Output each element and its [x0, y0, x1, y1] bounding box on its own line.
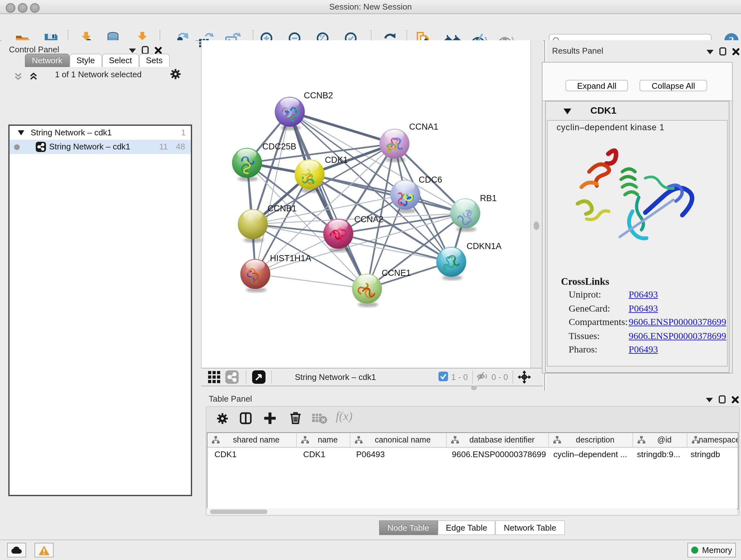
network-results-splitter[interactable] — [530, 40, 543, 368]
results-content-box: Expand All Collapse All CDK1 cyclin–depe… — [542, 62, 733, 374]
memory-label: Memory — [702, 545, 732, 555]
float-panel-icon[interactable] — [719, 395, 726, 403]
crosslink-value[interactable]: 9606.ENSP00000378699 — [629, 317, 726, 330]
column-header--id[interactable]: @id — [633, 433, 687, 447]
birdseye-icon[interactable] — [252, 370, 266, 386]
float-panel-icon[interactable] — [142, 46, 149, 54]
network-node-CDC6[interactable]: CDC6 — [390, 175, 442, 213]
panel-menu-icon[interactable] — [129, 48, 136, 53]
node-label-CCNB2: CCNB2 — [304, 91, 333, 100]
protein-structure-image — [563, 140, 697, 252]
crosslink-label: Tissues: — [569, 330, 629, 344]
section-collapse-icon[interactable] — [563, 109, 571, 114]
table-panel: Table Panel f(x) shared name — [201, 391, 741, 540]
grid-icon[interactable] — [208, 371, 220, 386]
network-node-count: 11 — [159, 142, 168, 151]
network-row[interactable]: String Network – cdk1 11 48 — [10, 140, 191, 154]
memory-button[interactable]: Memory — [687, 543, 736, 557]
table-cell[interactable]: 9606.ENSP00000378699 — [445, 448, 546, 462]
panel-menu-icon[interactable] — [706, 397, 713, 402]
node-table: shared namenamecanonical namedatabase id… — [207, 432, 738, 509]
hidden-count: 0 - 0 — [491, 372, 508, 382]
add-icon[interactable] — [264, 412, 276, 427]
table-cell[interactable]: stringdb:9... — [630, 448, 684, 462]
expand-all-button[interactable]: Expand All — [565, 80, 628, 91]
network-node-CDKN1A[interactable]: CDKN1A — [436, 241, 502, 280]
horizontal-scrollbar[interactable] — [207, 508, 737, 515]
column-header-canonical-name[interactable]: canonical name — [350, 433, 447, 447]
network-view-toolbar: String Network – cdk1 1 - 0 0 - 0 — [201, 368, 543, 386]
table-cell[interactable]: CDK1 — [207, 448, 296, 462]
function-icon[interactable]: f(x) — [336, 409, 353, 423]
close-panel-icon[interactable] — [731, 395, 739, 403]
network-node-CCNA1[interactable]: CCNA1 — [380, 122, 439, 162]
tab-sets[interactable]: Sets — [139, 54, 170, 67]
panel-menu-icon[interactable] — [706, 49, 714, 54]
crosslink-value[interactable]: P06493 — [629, 344, 658, 358]
delete-table-icon[interactable] — [312, 413, 327, 427]
network-canvas[interactable]: CCNB2CCNA1CDC25BCDK1CDC6RB1CCNB1CCNA2CDK… — [201, 40, 531, 368]
share-view-icon[interactable] — [225, 370, 239, 386]
crosslink-label: GeneCard: — [569, 303, 629, 317]
collapse-all-button[interactable]: Collapse All — [639, 80, 707, 91]
columns-icon[interactable] — [239, 412, 252, 427]
window-title: Session: New Session — [0, 2, 741, 11]
node-label-CDKN1A: CDKN1A — [467, 241, 502, 251]
hidden-eye-icon[interactable] — [477, 372, 488, 384]
tab-network-table[interactable]: Network Table — [495, 520, 564, 535]
crosslink-value[interactable]: P06493 — [629, 289, 658, 303]
status-bar: Memory — [0, 540, 741, 560]
column-header-name[interactable]: name — [297, 433, 350, 447]
crosslink-row: Pharos:P06493 — [569, 344, 722, 358]
network-edge[interactable] — [290, 112, 394, 144]
close-panel-icon[interactable] — [732, 48, 740, 55]
collapse-icon[interactable] — [18, 130, 24, 135]
cloud-button[interactable] — [7, 543, 26, 557]
network-node-HIST1H1A[interactable]: HIST1H1A — [240, 253, 311, 293]
table-cell[interactable]: P06493 — [349, 448, 445, 462]
collection-count: 1 — [181, 128, 186, 137]
application-window: Session: New Session — [0, 0, 741, 560]
node-label-CDC6: CDC6 — [419, 175, 442, 185]
splitter-handle[interactable] — [534, 222, 539, 230]
crosslink-value[interactable]: 9606.ENSP00000378699 — [629, 330, 726, 344]
tab-select[interactable]: Select — [102, 54, 139, 67]
crosslink-value[interactable]: P06493 — [629, 303, 658, 317]
section-title: CDK1 — [590, 105, 616, 116]
column-type-icon — [553, 436, 561, 444]
tab-node-table[interactable]: Node Table — [379, 520, 437, 535]
close-panel-icon[interactable] — [154, 46, 162, 54]
warning-button[interactable] — [35, 543, 54, 557]
network-options-gear-icon[interactable] — [170, 68, 181, 82]
table-row[interactable]: CDK1CDK1P064939606.ENSP00000378699cyclin… — [207, 448, 738, 462]
network-share-icon — [36, 142, 46, 152]
tab-style[interactable]: Style — [69, 54, 102, 67]
selected-count: 1 - 0 — [451, 372, 468, 382]
column-header-shared-name[interactable]: shared name — [207, 433, 297, 447]
splitter-handle[interactable] — [471, 386, 477, 390]
tab-edge-table[interactable]: Edge Table — [437, 520, 495, 535]
network-node-RB1[interactable]: RB1 — [450, 193, 497, 232]
crosslink-label: Pharos: — [569, 344, 629, 358]
selected-checkbox[interactable] — [439, 372, 448, 384]
network-node-CCNB1[interactable]: CCNB1 — [238, 204, 297, 243]
delete-icon[interactable] — [289, 411, 302, 427]
column-header-description[interactable]: description — [549, 433, 633, 447]
float-panel-icon[interactable] — [719, 47, 726, 56]
scrollbar-thumb[interactable] — [210, 509, 267, 514]
table-tabs: Node TableEdge TableNetwork Table — [379, 520, 564, 535]
node-label-CCNA2: CCNA2 — [354, 214, 384, 224]
move-icon[interactable] — [518, 370, 531, 386]
tab-network[interactable]: Network — [25, 54, 69, 67]
table-cell[interactable]: CDK1 — [296, 448, 349, 462]
column-header-namespace[interactable]: namespace — [687, 433, 738, 447]
crosslink-row: Uniprot:P06493 — [569, 289, 722, 303]
protein-description: cyclin–dependent kinase 1 — [556, 123, 664, 132]
table-cell[interactable]: stringdb — [684, 448, 738, 462]
network-edge[interactable] — [255, 274, 367, 289]
network-collection-row[interactable]: String Network – cdk1 1 — [10, 126, 191, 140]
table-cell[interactable]: cyclin–dependent ... — [546, 448, 630, 462]
column-type-icon — [212, 436, 219, 444]
column-header-database-identifier[interactable]: database identifier — [447, 433, 549, 447]
gear-icon[interactable] — [216, 413, 228, 427]
